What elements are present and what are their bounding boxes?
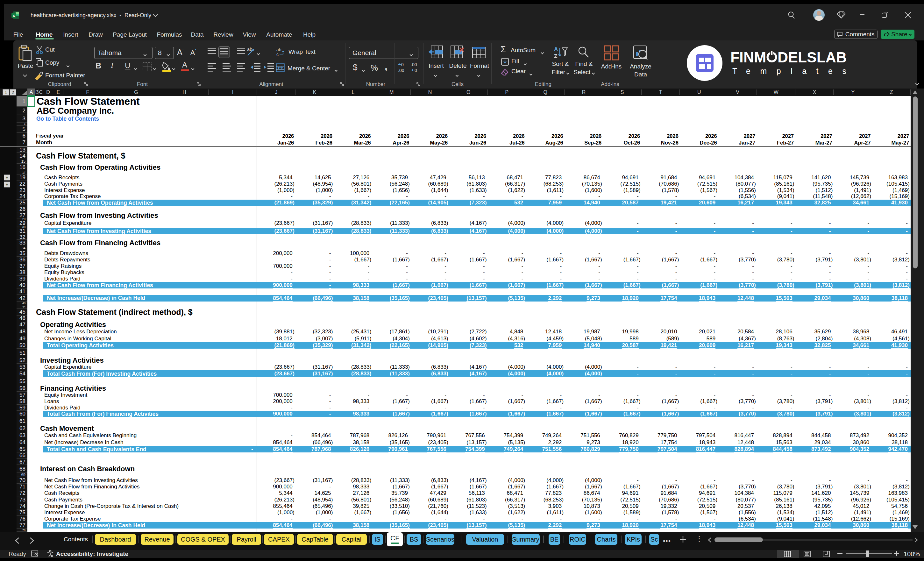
svg-text:.00: .00: [411, 62, 417, 67]
svg-text:A: A: [554, 46, 558, 52]
svg-text:c: c: [276, 52, 279, 57]
svg-text:Z: Z: [554, 53, 557, 58]
svg-text:.00: .00: [398, 68, 404, 73]
svg-text:FINM: FINM: [730, 50, 766, 66]
svg-text:ab: ab: [276, 47, 282, 52]
svg-text:0: 0: [414, 68, 417, 73]
svg-text:x: x: [13, 14, 15, 18]
svg-text:DELSLAB: DELSLAB: [777, 50, 847, 66]
svg-text:0: 0: [401, 62, 404, 67]
svg-text:ab: ab: [247, 46, 252, 52]
